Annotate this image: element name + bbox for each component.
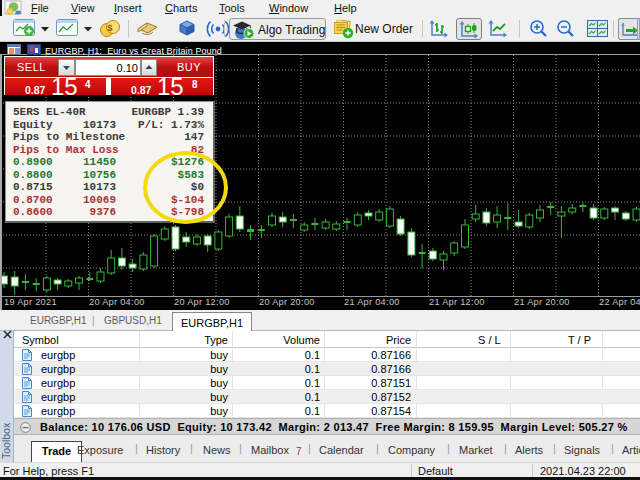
svg-text:$: $ — [107, 23, 112, 33]
svg-text:20 Apr 12:00: 20 Apr 12:00 — [174, 297, 230, 307]
svg-text:21 Apr 04:00: 21 Apr 04:00 — [344, 297, 400, 307]
svg-text:22 Apr 04:00: 22 Apr 04:00 — [599, 297, 640, 307]
svg-text:20 Apr 20:00: 20 Apr 20:00 — [259, 297, 315, 307]
svg-text:20 Apr 04:00: 20 Apr 04:00 — [89, 297, 145, 307]
svg-text:21 Apr 20:00: 21 Apr 20:00 — [514, 297, 570, 307]
svg-text:19 Apr 2021: 19 Apr 2021 — [4, 297, 57, 307]
svg-text:21 Apr 12:00: 21 Apr 12:00 — [429, 297, 485, 307]
